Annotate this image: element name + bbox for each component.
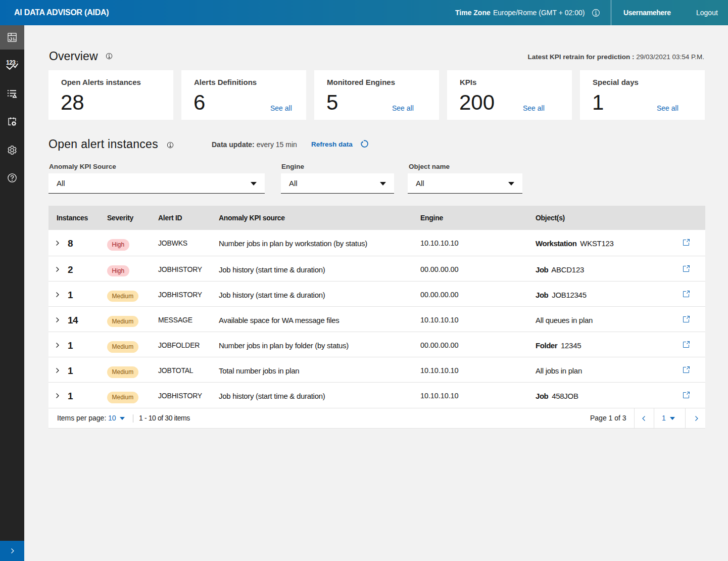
svg-text:123: 123	[6, 60, 16, 66]
